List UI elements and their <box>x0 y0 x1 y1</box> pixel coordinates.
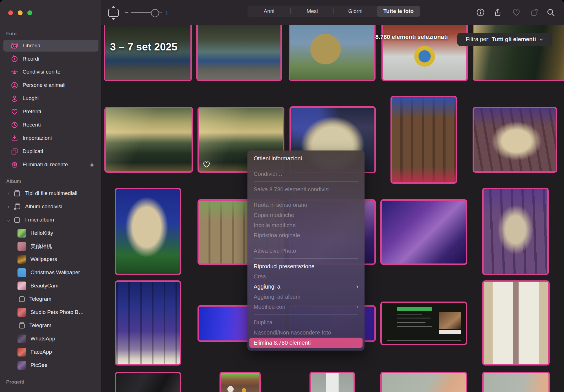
toolbar: − + Anni Mesi Giorni Tutte le foto <box>101 0 564 25</box>
sidebar-item-album-condivisi[interactable]: › Album condivisi <box>3 201 98 212</box>
photo-thumbnail[interactable] <box>104 25 192 81</box>
photo-thumbnail[interactable] <box>473 107 557 173</box>
photo-thumbnail[interactable] <box>115 280 181 366</box>
sidebar-album-beautycam[interactable]: BeautyCam <box>3 280 98 292</box>
photo-thumbnail[interactable] <box>289 25 376 81</box>
menu-item-copia-modifiche: Copia modifiche <box>247 210 365 220</box>
thumbnail-aspect-icon[interactable] <box>108 9 119 17</box>
menu-item-riproduci-presentazione[interactable]: Riproduci presentazione <box>247 261 365 271</box>
menu-item-label: Modifica con <box>254 304 285 310</box>
sidebar-item-persone-e-animali[interactable]: Persone e animali <box>3 79 98 91</box>
sidebar-item-preferiti[interactable]: Preferiti <box>3 106 98 118</box>
menu-item-elimina-elementi[interactable]: Elimina 8.780 elementi <box>249 338 363 348</box>
chevron-down-icon[interactable]: ⌄ <box>6 217 11 223</box>
photo-thumbnail[interactable] <box>482 188 549 275</box>
sidebar-item-i-miei-album[interactable]: ⌄ I miei album <box>3 214 98 226</box>
photo-thumbnail[interactable] <box>380 199 467 265</box>
zoom-window-button[interactable] <box>27 10 32 15</box>
info-icon[interactable] <box>476 8 485 17</box>
sidebar-item-label: Wallpapers <box>30 256 57 262</box>
photo-thumbnail[interactable] <box>310 372 355 392</box>
menu-item-crea: Crea <box>247 271 365 282</box>
photo-thumbnail[interactable] <box>196 25 282 81</box>
chevron-right-icon[interactable]: › <box>6 191 11 196</box>
sidebar-item-condivisi-con-te[interactable]: Condivisi con te <box>3 66 98 78</box>
sidebar-item-label: FaceApp <box>30 349 52 355</box>
lock-icon <box>89 162 95 167</box>
filter-dropdown[interactable]: Filtra per: Tutti gli elementi <box>457 33 552 46</box>
sidebar-item-label: Recenti <box>23 122 41 128</box>
album-thumbnail <box>17 242 26 251</box>
sidebar-item-label: PicSee <box>30 362 47 368</box>
chevron-right-icon[interactable]: › <box>6 204 11 209</box>
photo-thumbnail[interactable] <box>115 188 181 275</box>
photo-thumbnail[interactable] <box>104 107 193 173</box>
sidebar-album-telegram-1[interactable]: Telegram <box>3 293 98 305</box>
album-icon <box>13 216 21 224</box>
search-icon[interactable] <box>546 8 555 17</box>
photo-thumbnail[interactable] <box>482 372 550 392</box>
sidebar-item-label: Album condivisi <box>25 203 62 210</box>
zoom-in-button[interactable]: + <box>165 8 169 17</box>
favorite-heart-icon[interactable] <box>512 8 521 17</box>
sidebar-item-label: Studio Pets Photo B… <box>30 309 84 315</box>
zoom-slider-knob[interactable] <box>151 9 159 17</box>
menu-item-incolla-modifiche: Incolla modifiche <box>247 220 365 230</box>
photo-thumbnail[interactable] <box>381 25 468 81</box>
view-tabs: Anni Mesi Giorni Tutte le foto <box>247 6 420 17</box>
rotate-icon[interactable] <box>530 8 539 17</box>
sidebar-album-picsee[interactable]: PicSee <box>3 359 98 371</box>
screenshot-detail <box>397 307 432 311</box>
menu-item-label: Ottieni informazioni <box>254 155 302 162</box>
sidebar-item-luoghi[interactable]: Luoghi <box>3 92 98 104</box>
sidebar-item-recenti[interactable]: Recenti <box>3 119 98 131</box>
shared-with-you-icon <box>11 68 18 76</box>
sidebar-item-label: WhatsApp <box>30 336 55 342</box>
photo-thumbnail[interactable] <box>482 280 550 366</box>
sidebar: Foto Libreria Ricordi Condivisi con te P… <box>0 0 101 392</box>
photos-library-icon <box>11 42 18 50</box>
heart-icon <box>11 108 18 116</box>
sidebar-item-eliminati-di-recente[interactable]: Eliminati di recente <box>3 159 98 170</box>
sidebar-album-faceapp[interactable]: FaceApp <box>3 346 98 358</box>
menu-item-ottieni-informazioni[interactable]: Ottieni informazioni <box>247 153 365 163</box>
tab-tutte-le-foto[interactable]: Tutte le foto <box>377 6 420 17</box>
album-icon <box>13 190 21 197</box>
tab-label: Giorni <box>348 8 363 14</box>
photo-thumbnail[interactable] <box>380 302 467 345</box>
share-icon[interactable] <box>493 8 502 17</box>
sidebar-item-duplicati[interactable]: Duplicati <box>3 145 98 157</box>
sidebar-album-telegram-2[interactable]: Telegram <box>3 320 98 331</box>
places-pin-icon <box>11 95 18 102</box>
minimize-window-button[interactable] <box>18 10 23 15</box>
photo-thumbnail[interactable] <box>390 96 457 184</box>
sidebar-item-label: Preferiti <box>23 108 41 115</box>
menu-item-aggiungi-a[interactable]: Aggiungi a› <box>247 282 365 292</box>
sidebar-item-label: Telegram <box>29 296 51 302</box>
zoom-out-button[interactable]: − <box>124 8 129 17</box>
menu-item-aggiungi-ad-album: Aggiungi ad album <box>247 292 365 302</box>
sidebar-item-ricordi[interactable]: Ricordi <box>3 53 98 65</box>
sidebar-album-hellokitty[interactable]: HelloKitty <box>3 227 98 239</box>
sidebar-album-meiyan[interactable]: 美颜相机 <box>3 240 98 252</box>
close-window-button[interactable] <box>8 10 13 15</box>
sidebar-item-importazioni[interactable]: Importazioni <box>3 132 98 144</box>
tab-mesi[interactable]: Mesi <box>291 6 334 17</box>
sidebar-album-studio-pets[interactable]: Studio Pets Photo B… <box>3 306 98 318</box>
photo-thumbnail[interactable] <box>220 372 261 392</box>
sidebar-album-christmas-wallpaper[interactable]: Christmas Wallpaper… <box>3 267 98 278</box>
menu-item-duplica: Duplica <box>247 317 365 327</box>
screenshot-detail <box>397 314 422 315</box>
sidebar-item-libreria[interactable]: Libreria <box>3 40 98 52</box>
tab-giorni[interactable]: Giorni <box>334 6 377 17</box>
tab-anni[interactable]: Anni <box>247 6 291 17</box>
menu-item-label: Condividi… <box>254 171 282 177</box>
sidebar-item-tipi-di-file[interactable]: › Tipi di file multimediali <box>3 187 98 199</box>
sidebar-album-whatsapp[interactable]: WhatsApp <box>3 333 98 345</box>
sidebar-album-wallpapers[interactable]: Wallpapers <box>3 253 98 265</box>
photos-app-window: Foto Libreria Ricordi Condivisi con te P… <box>0 0 564 392</box>
photo-thumbnail[interactable] <box>115 372 181 392</box>
filter-value: Tutti gli elementi <box>492 36 536 43</box>
photo-thumbnail[interactable] <box>380 372 467 392</box>
album-thumbnail <box>17 268 26 277</box>
